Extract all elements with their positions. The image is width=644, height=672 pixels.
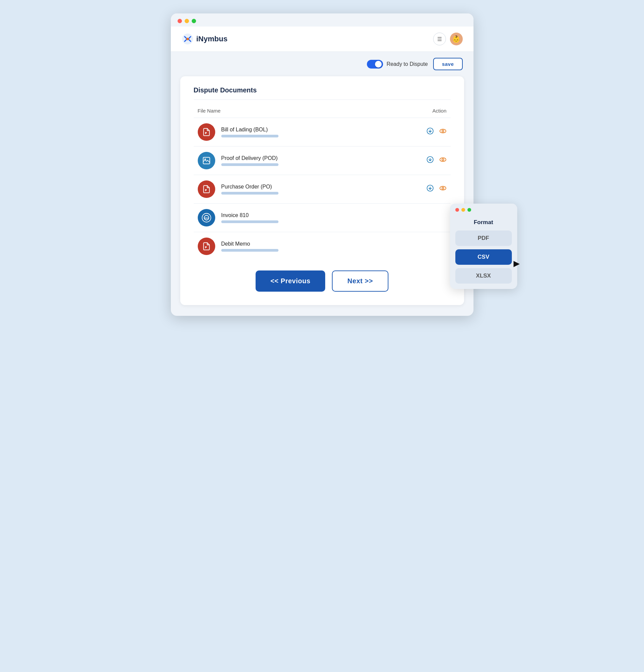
doc-name-bol: Bill of Lading (BOL) <box>221 127 420 133</box>
doc-info-po: Purchase Order (PO) <box>221 184 420 194</box>
doc-actions-po <box>426 184 447 194</box>
doc-actions-pod <box>426 156 447 165</box>
view-icon-po[interactable] <box>439 184 447 194</box>
menu-icon: ☰ <box>437 36 442 42</box>
popup-tl-green <box>467 208 471 212</box>
doc-bar-po <box>221 192 279 194</box>
download-icon-bol[interactable] <box>426 127 434 137</box>
ready-to-dispute-toggle-area: Ready to Dispute <box>367 60 428 69</box>
table-row: Purchase Order (PO) <box>194 175 450 204</box>
format-csv-button[interactable]: CSV ▶ <box>455 249 512 265</box>
doc-icon-img-pod <box>198 152 215 169</box>
table-row: Bill of Lading (BOL) <box>194 118 450 146</box>
save-button[interactable]: save <box>433 58 462 70</box>
app-header: iNymbus ☰ 👶 <box>171 26 473 52</box>
doc-bar-debit <box>221 249 279 252</box>
doc-info-bol: Bill of Lading (BOL) <box>221 127 420 137</box>
doc-actions-bol <box>426 127 447 137</box>
app-logo: iNymbus <box>182 33 228 45</box>
popup-tl-yellow <box>461 208 465 212</box>
toggle-label: Ready to Dispute <box>386 61 428 67</box>
nav-buttons: << Previous Next >> <box>194 271 450 292</box>
browser-content: iNymbus ☰ 👶 Ready to Dispute save Disput… <box>171 26 473 305</box>
format-popup: Format PDF CSV ▶ XLSX <box>450 204 517 289</box>
doc-name-po: Purchase Order (PO) <box>221 184 420 190</box>
format-popup-title: Format <box>450 215 517 230</box>
svg-text:EDI: EDI <box>204 217 209 219</box>
svg-point-2 <box>440 129 446 133</box>
svg-point-9 <box>442 187 444 189</box>
svg-point-1 <box>186 38 189 40</box>
doc-bar-inv <box>221 220 279 223</box>
doc-icon-pdf-bol <box>198 123 215 141</box>
table-header: File Name Action <box>194 105 450 116</box>
doc-name-debit: Debit Memo <box>221 241 441 247</box>
doc-name-inv: Invoice 810 <box>221 212 441 218</box>
download-icon-po[interactable] <box>426 184 434 194</box>
avatar: 👶 <box>450 33 463 45</box>
svg-point-6 <box>440 158 446 161</box>
traffic-light-yellow[interactable] <box>185 19 189 23</box>
logo-text: iNymbus <box>196 35 228 43</box>
doc-info-debit: Debit Memo <box>221 241 441 252</box>
next-button[interactable]: Next >> <box>332 271 388 292</box>
table-row: Proof of Delivery (POD) <box>194 146 450 175</box>
svg-point-3 <box>442 130 444 132</box>
doc-name-pod: Proof of Delivery (POD) <box>221 155 420 161</box>
traffic-light-red[interactable] <box>178 19 182 23</box>
avatar-emoji: 👶 <box>452 35 460 43</box>
view-icon-bol[interactable] <box>439 127 447 137</box>
logo-icon <box>182 33 194 45</box>
doc-icon-pdf-po <box>198 180 215 198</box>
ready-to-dispute-toggle[interactable] <box>367 60 383 69</box>
traffic-light-green[interactable] <box>192 19 196 23</box>
doc-icon-edi-inv: EDI <box>198 209 215 227</box>
popup-titlebar <box>450 204 517 215</box>
table-row: Debit Memo <box>194 232 450 261</box>
main-card: Dispute Documents File Name Action Bill … <box>180 76 464 305</box>
previous-button[interactable]: << Previous <box>256 271 325 292</box>
download-icon-pod[interactable] <box>426 156 434 165</box>
svg-point-8 <box>440 187 446 190</box>
col-filename: File Name <box>198 108 221 113</box>
section-divider <box>194 99 450 100</box>
cursor-icon: ▶ <box>514 260 519 268</box>
format-xlsx-button[interactable]: XLSX <box>455 268 512 284</box>
doc-icon-pdf-debit <box>198 238 215 255</box>
browser-window: iNymbus ☰ 👶 Ready to Dispute save Disput… <box>171 13 473 316</box>
doc-info-inv: Invoice 810 <box>221 212 441 223</box>
col-action: Action <box>432 108 447 113</box>
view-icon-pod[interactable] <box>439 156 447 165</box>
toolbar: Ready to Dispute save <box>171 52 473 76</box>
section-title: Dispute Documents <box>194 86 450 94</box>
svg-point-7 <box>442 159 444 160</box>
table-row: EDI Invoice 810 <box>194 204 450 232</box>
header-right: ☰ 👶 <box>433 33 463 45</box>
doc-info-pod: Proof of Delivery (POD) <box>221 155 420 166</box>
popup-tl-red <box>455 208 459 212</box>
browser-titlebar <box>171 13 473 26</box>
format-pdf-button[interactable]: PDF <box>455 230 512 246</box>
doc-bar-pod <box>221 163 279 166</box>
menu-button[interactable]: ☰ <box>433 33 446 45</box>
doc-bar-bol <box>221 135 279 137</box>
